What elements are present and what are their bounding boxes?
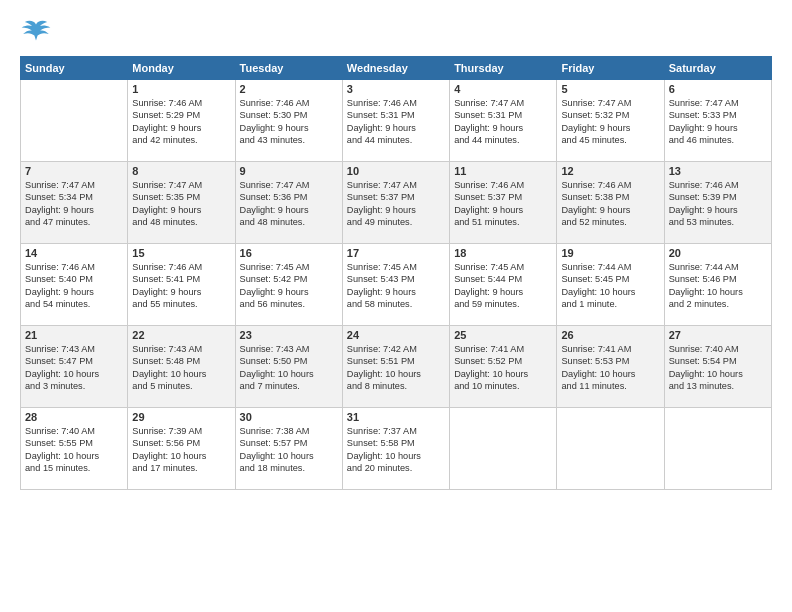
day-info: Sunrise: 7:43 AMSunset: 5:50 PMDaylight:… [240, 343, 338, 393]
calendar-cell: 6Sunrise: 7:47 AMSunset: 5:33 PMDaylight… [664, 80, 771, 162]
day-info: Sunrise: 7:46 AMSunset: 5:37 PMDaylight:… [454, 179, 552, 229]
calendar-cell: 3Sunrise: 7:46 AMSunset: 5:31 PMDaylight… [342, 80, 449, 162]
day-info: Sunrise: 7:46 AMSunset: 5:31 PMDaylight:… [347, 97, 445, 147]
weekday-monday: Monday [128, 57, 235, 80]
calendar-cell: 24Sunrise: 7:42 AMSunset: 5:51 PMDayligh… [342, 326, 449, 408]
day-info: Sunrise: 7:41 AMSunset: 5:53 PMDaylight:… [561, 343, 659, 393]
calendar-cell: 30Sunrise: 7:38 AMSunset: 5:57 PMDayligh… [235, 408, 342, 490]
day-number: 7 [25, 165, 123, 177]
day-info: Sunrise: 7:47 AMSunset: 5:33 PMDaylight:… [669, 97, 767, 147]
day-number: 25 [454, 329, 552, 341]
header [20, 18, 772, 46]
day-info: Sunrise: 7:47 AMSunset: 5:36 PMDaylight:… [240, 179, 338, 229]
day-number: 27 [669, 329, 767, 341]
calendar-cell: 22Sunrise: 7:43 AMSunset: 5:48 PMDayligh… [128, 326, 235, 408]
calendar-cell: 16Sunrise: 7:45 AMSunset: 5:42 PMDayligh… [235, 244, 342, 326]
calendar-cell: 23Sunrise: 7:43 AMSunset: 5:50 PMDayligh… [235, 326, 342, 408]
day-number: 28 [25, 411, 123, 423]
calendar-cell: 9Sunrise: 7:47 AMSunset: 5:36 PMDaylight… [235, 162, 342, 244]
week-row-3: 21Sunrise: 7:43 AMSunset: 5:47 PMDayligh… [21, 326, 772, 408]
day-info: Sunrise: 7:46 AMSunset: 5:30 PMDaylight:… [240, 97, 338, 147]
day-number: 23 [240, 329, 338, 341]
day-info: Sunrise: 7:46 AMSunset: 5:38 PMDaylight:… [561, 179, 659, 229]
day-number: 2 [240, 83, 338, 95]
calendar-cell: 5Sunrise: 7:47 AMSunset: 5:32 PMDaylight… [557, 80, 664, 162]
calendar-cell: 7Sunrise: 7:47 AMSunset: 5:34 PMDaylight… [21, 162, 128, 244]
day-number: 17 [347, 247, 445, 259]
day-info: Sunrise: 7:42 AMSunset: 5:51 PMDaylight:… [347, 343, 445, 393]
weekday-header-row: SundayMondayTuesdayWednesdayThursdayFrid… [21, 57, 772, 80]
calendar-header: SundayMondayTuesdayWednesdayThursdayFrid… [21, 57, 772, 80]
day-number: 22 [132, 329, 230, 341]
day-number: 12 [561, 165, 659, 177]
day-info: Sunrise: 7:47 AMSunset: 5:31 PMDaylight:… [454, 97, 552, 147]
day-number: 6 [669, 83, 767, 95]
day-number: 24 [347, 329, 445, 341]
day-number: 29 [132, 411, 230, 423]
day-info: Sunrise: 7:44 AMSunset: 5:46 PMDaylight:… [669, 261, 767, 311]
weekday-saturday: Saturday [664, 57, 771, 80]
day-number: 5 [561, 83, 659, 95]
calendar-cell [21, 80, 128, 162]
calendar-cell: 27Sunrise: 7:40 AMSunset: 5:54 PMDayligh… [664, 326, 771, 408]
day-info: Sunrise: 7:46 AMSunset: 5:39 PMDaylight:… [669, 179, 767, 229]
calendar-cell: 1Sunrise: 7:46 AMSunset: 5:29 PMDaylight… [128, 80, 235, 162]
day-info: Sunrise: 7:47 AMSunset: 5:37 PMDaylight:… [347, 179, 445, 229]
week-row-4: 28Sunrise: 7:40 AMSunset: 5:55 PMDayligh… [21, 408, 772, 490]
weekday-thursday: Thursday [450, 57, 557, 80]
page: SundayMondayTuesdayWednesdayThursdayFrid… [0, 0, 792, 612]
day-number: 11 [454, 165, 552, 177]
calendar-cell: 28Sunrise: 7:40 AMSunset: 5:55 PMDayligh… [21, 408, 128, 490]
day-number: 1 [132, 83, 230, 95]
day-number: 8 [132, 165, 230, 177]
day-number: 20 [669, 247, 767, 259]
weekday-wednesday: Wednesday [342, 57, 449, 80]
day-number: 31 [347, 411, 445, 423]
calendar-cell: 20Sunrise: 7:44 AMSunset: 5:46 PMDayligh… [664, 244, 771, 326]
day-number: 3 [347, 83, 445, 95]
day-info: Sunrise: 7:44 AMSunset: 5:45 PMDaylight:… [561, 261, 659, 311]
day-number: 18 [454, 247, 552, 259]
day-info: Sunrise: 7:46 AMSunset: 5:41 PMDaylight:… [132, 261, 230, 311]
calendar-cell: 4Sunrise: 7:47 AMSunset: 5:31 PMDaylight… [450, 80, 557, 162]
logo-svg [20, 18, 52, 46]
day-info: Sunrise: 7:45 AMSunset: 5:44 PMDaylight:… [454, 261, 552, 311]
calendar-cell: 25Sunrise: 7:41 AMSunset: 5:52 PMDayligh… [450, 326, 557, 408]
calendar-cell [557, 408, 664, 490]
calendar-body: 1Sunrise: 7:46 AMSunset: 5:29 PMDaylight… [21, 80, 772, 490]
day-number: 10 [347, 165, 445, 177]
day-info: Sunrise: 7:38 AMSunset: 5:57 PMDaylight:… [240, 425, 338, 475]
calendar-cell: 29Sunrise: 7:39 AMSunset: 5:56 PMDayligh… [128, 408, 235, 490]
day-info: Sunrise: 7:47 AMSunset: 5:35 PMDaylight:… [132, 179, 230, 229]
calendar-cell: 15Sunrise: 7:46 AMSunset: 5:41 PMDayligh… [128, 244, 235, 326]
calendar-cell: 10Sunrise: 7:47 AMSunset: 5:37 PMDayligh… [342, 162, 449, 244]
calendar-cell: 18Sunrise: 7:45 AMSunset: 5:44 PMDayligh… [450, 244, 557, 326]
day-info: Sunrise: 7:43 AMSunset: 5:47 PMDaylight:… [25, 343, 123, 393]
calendar-table: SundayMondayTuesdayWednesdayThursdayFrid… [20, 56, 772, 490]
week-row-0: 1Sunrise: 7:46 AMSunset: 5:29 PMDaylight… [21, 80, 772, 162]
weekday-sunday: Sunday [21, 57, 128, 80]
day-info: Sunrise: 7:45 AMSunset: 5:43 PMDaylight:… [347, 261, 445, 311]
day-number: 14 [25, 247, 123, 259]
day-info: Sunrise: 7:43 AMSunset: 5:48 PMDaylight:… [132, 343, 230, 393]
week-row-1: 7Sunrise: 7:47 AMSunset: 5:34 PMDaylight… [21, 162, 772, 244]
weekday-friday: Friday [557, 57, 664, 80]
calendar-cell: 12Sunrise: 7:46 AMSunset: 5:38 PMDayligh… [557, 162, 664, 244]
day-number: 21 [25, 329, 123, 341]
day-info: Sunrise: 7:47 AMSunset: 5:32 PMDaylight:… [561, 97, 659, 147]
calendar-cell: 2Sunrise: 7:46 AMSunset: 5:30 PMDaylight… [235, 80, 342, 162]
calendar-cell: 14Sunrise: 7:46 AMSunset: 5:40 PMDayligh… [21, 244, 128, 326]
day-info: Sunrise: 7:46 AMSunset: 5:40 PMDaylight:… [25, 261, 123, 311]
week-row-2: 14Sunrise: 7:46 AMSunset: 5:40 PMDayligh… [21, 244, 772, 326]
day-number: 15 [132, 247, 230, 259]
weekday-tuesday: Tuesday [235, 57, 342, 80]
day-info: Sunrise: 7:40 AMSunset: 5:55 PMDaylight:… [25, 425, 123, 475]
calendar-cell [450, 408, 557, 490]
day-number: 30 [240, 411, 338, 423]
calendar-cell: 13Sunrise: 7:46 AMSunset: 5:39 PMDayligh… [664, 162, 771, 244]
day-info: Sunrise: 7:40 AMSunset: 5:54 PMDaylight:… [669, 343, 767, 393]
day-info: Sunrise: 7:46 AMSunset: 5:29 PMDaylight:… [132, 97, 230, 147]
day-info: Sunrise: 7:41 AMSunset: 5:52 PMDaylight:… [454, 343, 552, 393]
logo [20, 18, 56, 46]
calendar-cell: 31Sunrise: 7:37 AMSunset: 5:58 PMDayligh… [342, 408, 449, 490]
